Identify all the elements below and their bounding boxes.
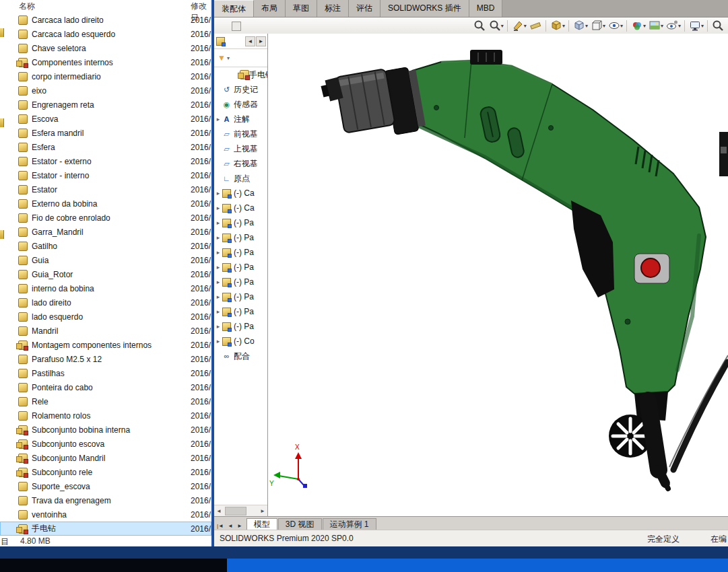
file-row[interactable]: Fio de cobre enrolado2016/ bbox=[0, 211, 211, 225]
file-row[interactable]: Rele2016/ bbox=[0, 394, 211, 408]
viewport-3d[interactable]: X Y bbox=[268, 34, 728, 517]
tree-item-origin[interactable]: ∟原点 bbox=[214, 171, 267, 186]
expand-arrow-icon[interactable]: ▸ bbox=[215, 190, 222, 196]
commandmanager-tab[interactable]: 装配体 bbox=[214, 0, 254, 17]
chevron-down-icon[interactable]: ▾ bbox=[678, 23, 681, 29]
file-row[interactable]: ventoinha2016/ bbox=[0, 507, 211, 522]
chevron-down-icon[interactable]: ▾ bbox=[585, 23, 588, 29]
tree-item-history[interactable]: ↺历史记 bbox=[214, 82, 267, 97]
view-tab-nav-button[interactable]: ◄ bbox=[226, 523, 234, 529]
file-row[interactable]: Esfera2016/ bbox=[0, 140, 211, 154]
file-row[interactable]: Montagem componentes internos2016/ bbox=[0, 338, 211, 352]
expand-arrow-icon[interactable]: ▸ bbox=[215, 219, 222, 226]
view-tab-nav-button[interactable]: |◄ bbox=[216, 523, 225, 529]
tree-item-annotations[interactable]: ▸A注解 bbox=[214, 112, 267, 127]
file-row[interactable]: Escova2016/ bbox=[0, 112, 211, 126]
panel-scroll-left-button[interactable]: ◄ bbox=[245, 36, 255, 46]
display-style-icon[interactable] bbox=[589, 18, 604, 33]
file-row[interactable]: 手电钻2016/ bbox=[0, 522, 211, 536]
file-row[interactable]: Subconjunto bobina interna2016/ bbox=[0, 423, 211, 437]
file-row[interactable]: Carcaca lado direito2016/ bbox=[0, 13, 211, 27]
file-row[interactable]: Guia_Rotor2016/ bbox=[0, 267, 211, 281]
tree-component-row[interactable]: ▸(-) Pa bbox=[214, 319, 267, 334]
tree-item-mates[interactable]: ∞配合 bbox=[214, 349, 267, 363]
zoom-area-icon[interactable] bbox=[488, 18, 502, 33]
tree-component-row[interactable]: ▸(-) Co bbox=[214, 334, 267, 349]
file-row[interactable]: Subconjunto escova2016/ bbox=[0, 437, 211, 451]
commandmanager-tab[interactable]: 草图 bbox=[286, 0, 317, 17]
file-row[interactable]: Externo da bobina2016/ bbox=[0, 196, 211, 211]
chevron-down-icon[interactable]: ▾ bbox=[562, 23, 565, 29]
assembly-visualization-icon[interactable] bbox=[549, 18, 564, 33]
file-row[interactable]: Trava da engrenagem2016/ bbox=[0, 493, 211, 507]
expand-arrow-icon[interactable]: ▸ bbox=[215, 323, 222, 330]
file-row[interactable]: Parafuso M2.5 x 122016/ bbox=[0, 352, 211, 366]
panel-scroll-right-button[interactable]: ► bbox=[256, 36, 266, 46]
file-row[interactable]: Garra_Mandril2016/ bbox=[0, 225, 211, 239]
file-row[interactable]: lado esquerdo2016/ bbox=[0, 310, 211, 324]
view-settings-icon[interactable] bbox=[665, 18, 680, 33]
file-row[interactable]: Componentes internos2016/ bbox=[0, 55, 211, 69]
featuremanager-tab-icon[interactable] bbox=[216, 37, 225, 46]
file-row[interactable]: Suporte_escova2016/ bbox=[0, 479, 211, 493]
commandmanager-tab[interactable]: MBD bbox=[469, 0, 503, 17]
file-row[interactable]: Guia2016/ bbox=[0, 253, 211, 267]
tree-item-plane[interactable]: ▱上视基 bbox=[214, 141, 267, 156]
file-row[interactable]: Mandril2016/ bbox=[0, 324, 211, 338]
zoom-to-fit-icon[interactable] bbox=[472, 18, 487, 33]
file-row[interactable]: Esfera mandril2016/ bbox=[0, 126, 211, 140]
commandmanager-tab[interactable]: 标注 bbox=[317, 0, 349, 17]
scrollbar-thumb[interactable] bbox=[225, 507, 246, 515]
tree-component-row[interactable]: ▸(-) Ca bbox=[214, 186, 267, 201]
pin-icon[interactable] bbox=[232, 22, 241, 31]
scroll-left-arrow[interactable]: ◄ bbox=[214, 508, 224, 514]
hide-show-items-icon[interactable] bbox=[607, 18, 622, 33]
chevron-down-icon[interactable]: ▾ bbox=[643, 23, 646, 29]
search-icon[interactable] bbox=[710, 18, 725, 33]
edit-appearance-icon[interactable] bbox=[630, 18, 644, 33]
tree-component-row[interactable]: ▸(-) Pa bbox=[214, 215, 267, 230]
file-row[interactable]: Gatilho2016/ bbox=[0, 239, 211, 253]
display-monitor-icon[interactable] bbox=[688, 18, 702, 33]
expand-arrow-icon[interactable]: ▸ bbox=[215, 338, 222, 345]
file-row[interactable]: corpo intermediario2016/ bbox=[0, 69, 211, 83]
view-tab-nav-button[interactable]: ► bbox=[236, 523, 244, 529]
tree-item-plane[interactable]: ▱右视基 bbox=[214, 156, 267, 171]
expand-arrow-icon[interactable]: ▸ bbox=[215, 116, 222, 122]
column-header-name[interactable]: 名称 bbox=[19, 1, 35, 12]
file-row[interactable]: Estator2016/ bbox=[0, 182, 211, 196]
file-row[interactable]: eixo2016/ bbox=[0, 83, 211, 98]
expand-arrow-icon[interactable]: ▸ bbox=[215, 249, 222, 256]
file-row[interactable]: interno da bobina2016/ bbox=[0, 281, 211, 295]
view-tab[interactable]: 3D 视图 bbox=[278, 518, 322, 530]
expand-arrow-icon[interactable]: ▸ bbox=[215, 293, 222, 300]
commandmanager-tab[interactable]: SOLIDWORKS 插件 bbox=[380, 0, 469, 17]
chevron-down-icon[interactable]: ▾ bbox=[661, 23, 663, 29]
tree-root-assembly[interactable]: 手电钻 (默 bbox=[214, 67, 267, 82]
tree-item-plane[interactable]: ▱前视基 bbox=[214, 127, 267, 141]
taskbar[interactable] bbox=[0, 559, 728, 572]
tree-component-row[interactable]: ▸(-) Pa bbox=[214, 289, 267, 304]
expand-arrow-icon[interactable]: ▸ bbox=[215, 279, 222, 285]
file-row[interactable]: Estator - externo2016/ bbox=[0, 154, 211, 168]
view-tab[interactable]: 运动算例 1 bbox=[323, 518, 376, 530]
file-row[interactable]: Rolamento rolos2016/ bbox=[0, 408, 211, 423]
file-row[interactable]: Carcaca lado esquerdo2016/ bbox=[0, 27, 211, 41]
scroll-right-arrow[interactable]: ► bbox=[258, 508, 267, 514]
file-row[interactable]: Subconjunto Mandril2016/ bbox=[0, 451, 211, 465]
chevron-down-icon[interactable]: ▾ bbox=[524, 23, 527, 29]
expand-arrow-icon[interactable]: ▸ bbox=[215, 264, 222, 271]
file-row[interactable]: Estator - interno2016/ bbox=[0, 168, 211, 182]
file-row[interactable]: Engrenagem reta2016/ bbox=[0, 98, 211, 112]
file-row[interactable]: lado direito2016/ bbox=[0, 295, 211, 310]
measure-icon[interactable] bbox=[528, 18, 543, 33]
chevron-down-icon[interactable]: ▾ bbox=[701, 23, 704, 29]
tree-component-row[interactable]: ▸(-) Ca bbox=[214, 201, 267, 215]
commandmanager-tab[interactable]: 评估 bbox=[349, 0, 380, 17]
file-row[interactable]: Pastilhas2016/ bbox=[0, 366, 211, 380]
commandmanager-tab[interactable]: 布局 bbox=[254, 0, 286, 17]
expand-arrow-icon[interactable]: ▸ bbox=[215, 205, 222, 211]
chevron-down-icon[interactable]: ▾ bbox=[501, 23, 504, 29]
file-row[interactable]: Chave seletora2016/ bbox=[0, 41, 211, 55]
tree-horizontal-scrollbar[interactable]: ◄ ► bbox=[214, 505, 267, 517]
